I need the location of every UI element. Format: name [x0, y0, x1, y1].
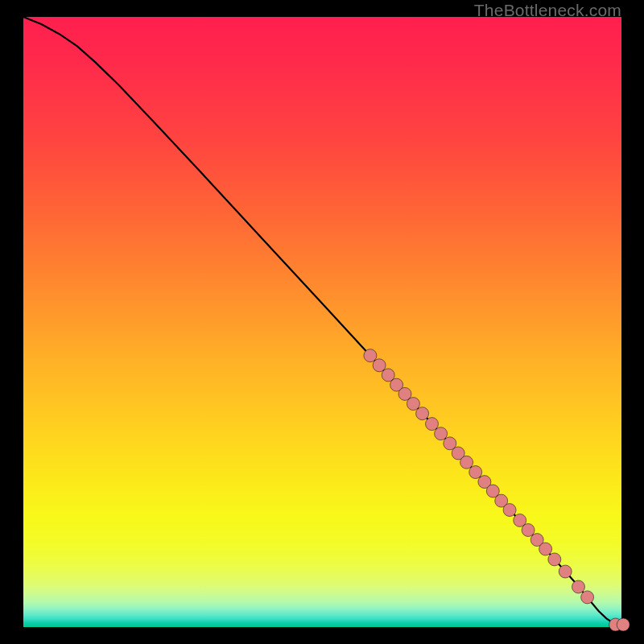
data-point	[460, 456, 473, 469]
data-point	[407, 398, 419, 411]
data-point	[617, 618, 630, 631]
data-point	[416, 407, 429, 420]
data-point	[373, 359, 386, 372]
data-point	[559, 565, 572, 578]
data-point	[435, 427, 448, 440]
data-point	[503, 504, 516, 517]
data-point	[548, 553, 561, 566]
chart-overlay	[23, 17, 621, 627]
data-point	[364, 349, 377, 362]
chart-stage: TheBottleneck.com	[0, 0, 644, 644]
data-point	[572, 580, 585, 593]
data-point	[522, 524, 535, 537]
data-point	[581, 591, 594, 604]
watermark-text: TheBottleneck.com	[474, 1, 621, 20]
data-point	[539, 543, 552, 555]
data-points-group	[364, 349, 630, 631]
data-point	[426, 418, 439, 431]
data-point	[469, 466, 482, 479]
